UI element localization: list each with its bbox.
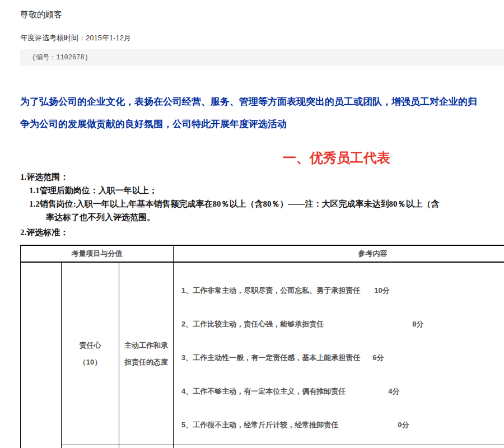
table-header-row: 考量项目与分值 参考内容	[21, 245, 504, 262]
criteria-score: 8分	[412, 307, 423, 341]
criteria-text: 2、工作比较主动，责任心强，能够承担责任	[181, 320, 324, 328]
criteria-text: 1、工作非常主动，尽职尽责，公而忘私、勇于承担责任	[181, 286, 360, 295]
criteria-score: 0分	[398, 408, 409, 442]
criteria-item: 4、工作不够主动，有一定本位主义，偶有推卸责任4分	[181, 375, 504, 408]
criteria-item: 5、工作很不主动，经常斤斤计较，经常推卸责任0分	[181, 408, 504, 442]
category-cell-empty	[21, 262, 62, 448]
intro-line-2: 争为公司的发展做贡献的良好氛围，公司特此开展年度评选活动	[20, 113, 504, 136]
header-cell-reference: 参考内容	[174, 245, 504, 262]
dimension-cell: 主动工作和承 担责任的态度	[119, 262, 174, 445]
criteria-item: 1、工作非常主动，尽职尽责，公而忘私、勇于承担责任10分	[181, 274, 504, 307]
scope-heading: 1.评选范围：	[20, 170, 504, 184]
criteria-item: 3、工作主动性一般，有一定责任感，基本上能承担责任6分	[181, 341, 504, 375]
document-code-bar: (编号：1102678)	[20, 49, 504, 66]
scope-item-1-1: 1.1管理后勤岗位：入职一年以上；	[20, 184, 504, 197]
criteria-score: 4分	[388, 375, 399, 408]
scope-item-1-2-continuation: 率达标了也不列入评选范围。	[20, 211, 504, 224]
evaluation-period: 年度评选考核时间：2015年1-12月	[20, 34, 504, 42]
criteria-score: 6分	[372, 341, 384, 375]
reference-content-cell: 1、工作非常主动，尽职尽责，公而忘私、勇于承担责任10分 2、工作比较主动，责任…	[174, 262, 504, 445]
criteria-score: 10分	[374, 274, 389, 307]
header-cell-items: 考量项目与分值	[21, 245, 174, 262]
criteria-text: 5、工作很不主动，经常斤斤计较，经常推卸责任	[181, 421, 338, 429]
criteria-heading: 2.评选标准：	[20, 226, 504, 239]
section-title: 一、优秀员工代表	[20, 150, 504, 166]
criteria-item: 2、工作比较主动，责任心强，能够承担责任8分	[181, 307, 504, 341]
item-name-line-1: 责任心	[62, 337, 118, 354]
dimension-line-2: 担责任的态度	[120, 354, 172, 371]
criteria-text: 4、工作不够主动，有一定本位主义，偶有推卸责任	[181, 387, 346, 395]
item-name-cell-empty	[62, 445, 119, 448]
table-row-next-empty	[21, 445, 504, 448]
reference-content-cell-empty	[174, 445, 504, 448]
table-row-responsibility: 责任心 （10） 主动工作和承 担责任的态度 1、工作非常主动，尽职尽责，公而忘…	[21, 262, 504, 445]
selection-scope: 1.评选范围： 1.1管理后勤岗位：入职一年以上； 1.2销售岗位:入职一年以上…	[20, 170, 504, 239]
item-name-line-2: （10）	[62, 354, 118, 371]
dimension-line-1: 主动工作和承	[120, 337, 172, 354]
scope-item-1-2: 1.2销售岗位:入职一年以上,年基本销售额完成率在80％以上（含80％）——注：…	[20, 197, 504, 211]
document-page: 尊敬的顾客 年度评选考核时间：2015年1-12月 (编号：1102678) 为…	[0, 0, 504, 448]
greeting-text: 尊敬的顾客	[20, 10, 504, 19]
criteria-text: 3、工作主动性一般，有一定责任感，基本上能承担责任	[181, 353, 360, 362]
intro-line-1: 为了弘扬公司的企业文化，表扬在公司经营、服务、管理等方面表现突出的员工或团队，增…	[20, 91, 504, 113]
document-code: (编号：1102678)	[32, 54, 88, 62]
item-name-cell: 责任心 （10）	[62, 262, 119, 445]
intro-paragraph: 为了弘扬公司的企业文化，表扬在公司经营、服务、管理等方面表现突出的员工或团队，增…	[20, 91, 504, 136]
dimension-cell-empty	[119, 445, 174, 448]
evaluation-criteria-table: 考量项目与分值 参考内容 责任心 （10） 主动工作和承 担责任的态度 1、工作…	[20, 245, 504, 448]
